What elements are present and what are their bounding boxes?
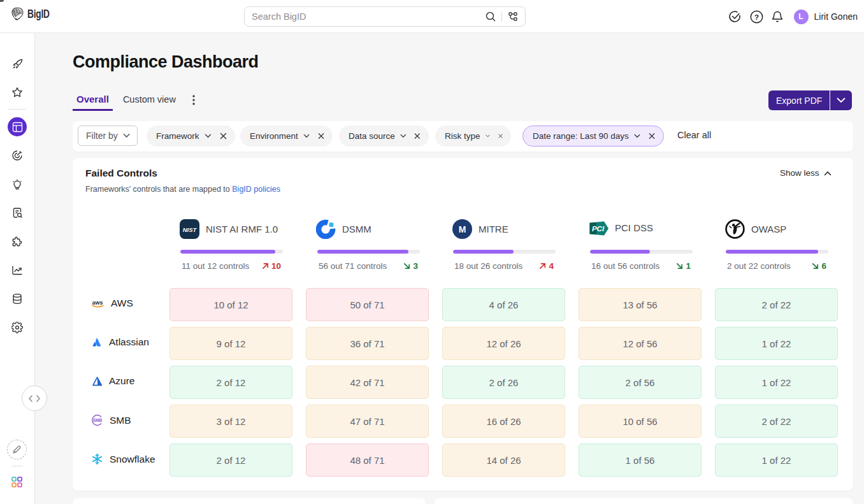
svg-text:aws: aws	[92, 299, 103, 306]
svg-text:PCI: PCI	[592, 225, 605, 233]
svg-text:M: M	[459, 224, 466, 234]
svg-text:?: ?	[754, 13, 759, 20]
svg-text:SMB: SMB	[93, 418, 103, 422]
svg-text:NIST: NIST	[183, 226, 198, 233]
